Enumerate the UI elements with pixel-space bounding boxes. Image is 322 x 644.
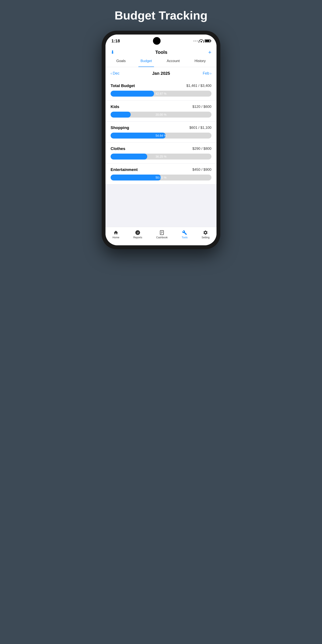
progress-label-kids: 20.00 %	[156, 113, 166, 116]
tab-account[interactable]: Account	[164, 58, 182, 64]
budget-item-amount-total: $1,461 / $3,400	[186, 84, 212, 88]
chevron-left-icon: ‹	[110, 71, 112, 76]
progress-bar-total: 42.97 %	[110, 91, 212, 96]
progress-label-total: 42.97 %	[156, 92, 166, 95]
nav-reports-label: Reports	[133, 236, 142, 239]
reports-icon	[135, 230, 140, 235]
phone-shell: 1:18 ⬇ Tools + Goals Budget	[102, 31, 220, 249]
progress-fill-entertainment	[110, 174, 161, 180]
nav-home[interactable]: Home	[112, 230, 119, 239]
tab-goals[interactable]: Goals	[114, 58, 128, 64]
next-month-button[interactable]: Feb ›	[203, 71, 212, 76]
battery-icon	[205, 40, 210, 42]
cashbook-icon	[159, 230, 164, 235]
progress-bar-entertainment: 50.00 %	[110, 174, 212, 180]
nav-cashbook-label: Cashbook	[156, 236, 168, 239]
next-month-label: Feb	[203, 71, 209, 76]
budget-item-name-kids: Kids	[110, 104, 119, 109]
progress-fill-clothes	[110, 154, 147, 160]
empty-space	[106, 184, 216, 227]
budget-item-name-total: Total Budget	[110, 84, 135, 88]
budget-item-amount-shopping: $601 / $1,100	[190, 126, 212, 130]
nav-tools-label: Tools	[182, 236, 188, 239]
current-month-label: Jan 2025	[152, 71, 170, 76]
tools-icon	[182, 230, 187, 235]
phone-screen: 1:18 ⬇ Tools + Goals Budget	[106, 34, 216, 245]
progress-fill-total	[110, 91, 154, 96]
nav-setting[interactable]: Setting	[202, 230, 210, 239]
chevron-right-icon: ›	[210, 71, 212, 76]
prev-month-label: Dec	[113, 71, 120, 76]
progress-bar-kids: 20.00 %	[110, 112, 212, 118]
wifi-icon	[199, 40, 203, 42]
bottom-navigation: Home Reports	[106, 227, 216, 245]
status-bar: 1:18	[106, 34, 216, 46]
nav-cashbook[interactable]: Cashbook	[156, 230, 168, 239]
month-navigation: ‹ Dec Jan 2025 Feb ›	[106, 67, 216, 80]
progress-bar-shopping: 54.64 %	[110, 132, 212, 138]
setting-icon	[203, 230, 208, 235]
nav-home-label: Home	[112, 236, 119, 239]
budget-item-total: Total Budget $1,461 / $3,400 42.97 %	[106, 80, 216, 100]
budget-item-entertainment: Entertainment $450 / $900 50.00 %	[106, 164, 216, 184]
nav-reports[interactable]: Reports	[133, 230, 142, 239]
progress-label-entertainment: 50.00 %	[156, 176, 166, 179]
nav-setting-label: Setting	[202, 236, 210, 239]
budget-item-kids: Kids $120 / $600 20.00 %	[106, 100, 216, 122]
budget-item-name-entertainment: Entertainment	[110, 167, 138, 172]
nav-tools[interactable]: Tools	[182, 230, 188, 239]
download-icon[interactable]: ⬇	[110, 50, 114, 55]
budget-item-amount-kids: $120 / $600	[192, 105, 212, 109]
header-title: Tools	[155, 50, 167, 55]
prev-month-button[interactable]: ‹ Dec	[110, 71, 120, 76]
add-button[interactable]: +	[208, 49, 212, 56]
home-icon	[113, 230, 118, 235]
progress-label-clothes: 36.25 %	[156, 155, 166, 158]
tab-bar: Goals Budget Account History	[106, 58, 216, 67]
status-time: 1:18	[112, 38, 120, 44]
budget-item-amount-entertainment: $450 / $900	[192, 168, 212, 172]
progress-label-shopping: 54.64 %	[156, 134, 166, 137]
app-header: ⬇ Tools +	[106, 46, 216, 58]
budget-list: Total Budget $1,461 / $3,400 42.97 % Kid…	[106, 80, 216, 184]
tab-history[interactable]: History	[192, 58, 208, 64]
page-title: Budget Tracking	[114, 8, 208, 22]
budget-item-name-shopping: Shopping	[110, 126, 129, 130]
progress-bar-clothes: 36.25 %	[110, 154, 212, 160]
status-icons	[194, 40, 210, 42]
camera-notch	[153, 37, 160, 45]
tab-budget[interactable]: Budget	[138, 58, 154, 64]
budget-item-name-clothes: Clothes	[110, 146, 126, 151]
signal-icon	[194, 40, 198, 42]
progress-fill-kids	[110, 112, 131, 118]
budget-item-clothes: Clothes $290 / $800 36.25 %	[106, 142, 216, 164]
budget-item-shopping: Shopping $601 / $1,100 54.64 %	[106, 122, 216, 142]
budget-item-amount-clothes: $290 / $800	[192, 146, 212, 151]
